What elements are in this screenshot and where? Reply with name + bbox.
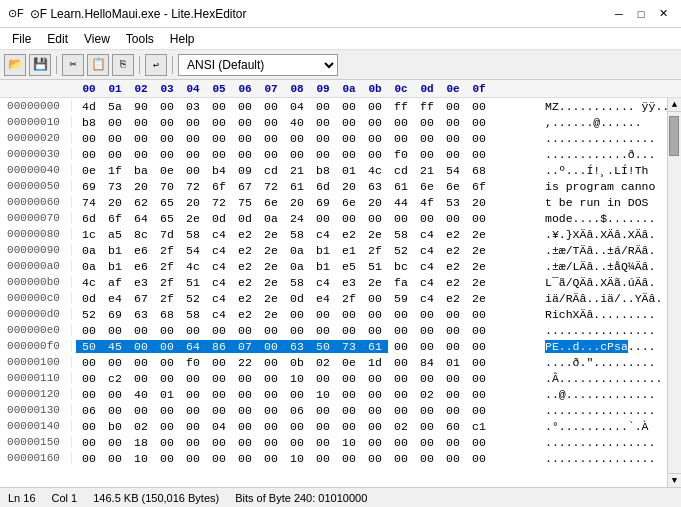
hex-row[interactable]: 000000f050450000648607006350736100000000… bbox=[0, 338, 667, 354]
hex-byte[interactable]: 72 bbox=[258, 180, 284, 193]
hex-byte[interactable]: 0a bbox=[284, 244, 310, 257]
hex-byte[interactable]: 00 bbox=[362, 148, 388, 161]
hex-byte[interactable]: 4d bbox=[76, 100, 102, 113]
hex-byte[interactable]: e2 bbox=[232, 308, 258, 321]
hex-byte[interactable]: 4c bbox=[76, 276, 102, 289]
hex-byte[interactable]: 20 bbox=[362, 196, 388, 209]
hex-byte[interactable]: 00 bbox=[180, 436, 206, 449]
hex-byte[interactable]: 10 bbox=[128, 452, 154, 465]
hex-byte[interactable]: 0e bbox=[336, 356, 362, 369]
hex-byte[interactable]: 00 bbox=[206, 100, 232, 113]
hex-byte[interactable]: 00 bbox=[206, 436, 232, 449]
hex-byte[interactable]: 00 bbox=[414, 308, 440, 321]
hex-byte[interactable]: 00 bbox=[362, 292, 388, 305]
hex-byte[interactable]: 00 bbox=[440, 436, 466, 449]
hex-byte[interactable]: 74 bbox=[76, 196, 102, 209]
hex-byte[interactable]: 20 bbox=[336, 180, 362, 193]
hex-byte[interactable]: 00 bbox=[102, 436, 128, 449]
hex-byte[interactable]: 90 bbox=[128, 100, 154, 113]
hex-byte[interactable]: 00 bbox=[154, 340, 180, 353]
hex-byte[interactable]: 40 bbox=[128, 388, 154, 401]
hex-byte[interactable]: 00 bbox=[388, 452, 414, 465]
hex-byte[interactable]: 00 bbox=[206, 404, 232, 417]
hex-byte[interactable]: 2e bbox=[258, 260, 284, 273]
hex-byte[interactable]: c4 bbox=[206, 228, 232, 241]
hex-byte[interactable]: 03 bbox=[180, 100, 206, 113]
hex-row[interactable]: 00000010b8000000000000004000000000000000… bbox=[0, 114, 667, 130]
hex-byte[interactable]: 00 bbox=[362, 324, 388, 337]
hex-byte[interactable]: cd bbox=[258, 164, 284, 177]
hex-row[interactable]: 000000d05269636858c4e22e0000000000000000… bbox=[0, 306, 667, 322]
hex-byte[interactable]: 07 bbox=[232, 340, 258, 353]
hex-byte[interactable]: 00 bbox=[310, 420, 336, 433]
hex-byte[interactable]: 02 bbox=[128, 420, 154, 433]
hex-byte[interactable]: 6d bbox=[310, 180, 336, 193]
hex-byte[interactable]: e2 bbox=[232, 228, 258, 241]
hex-byte[interactable]: af bbox=[102, 276, 128, 289]
hex-row[interactable]: 000000e000000000000000000000000000000000… bbox=[0, 322, 667, 338]
hex-byte[interactable]: b8 bbox=[76, 116, 102, 129]
hex-byte[interactable]: 00 bbox=[76, 388, 102, 401]
encoding-select[interactable]: ANSI (Default) bbox=[178, 54, 338, 76]
hex-row[interactable]: 00000060742062652072756e20696e20444f5320… bbox=[0, 194, 667, 210]
hex-byte[interactable]: 00 bbox=[414, 324, 440, 337]
hex-byte[interactable]: c4 bbox=[206, 260, 232, 273]
hex-byte[interactable]: b1 bbox=[310, 244, 336, 257]
hex-byte[interactable]: 0d bbox=[206, 212, 232, 225]
hex-byte[interactable]: 54 bbox=[180, 244, 206, 257]
hex-byte[interactable]: 2f bbox=[154, 244, 180, 257]
hex-byte[interactable]: 00 bbox=[466, 132, 492, 145]
hex-byte[interactable]: b8 bbox=[310, 164, 336, 177]
hex-byte[interactable]: 00 bbox=[466, 356, 492, 369]
hex-byte[interactable]: 00 bbox=[336, 372, 362, 385]
hex-byte[interactable]: 00 bbox=[440, 132, 466, 145]
hex-byte[interactable]: 00 bbox=[128, 356, 154, 369]
hex-byte[interactable]: 00 bbox=[466, 404, 492, 417]
hex-byte[interactable]: 00 bbox=[180, 148, 206, 161]
hex-byte[interactable]: 00 bbox=[388, 212, 414, 225]
hex-byte[interactable]: 0a bbox=[76, 244, 102, 257]
hex-byte[interactable]: 10 bbox=[284, 452, 310, 465]
hex-byte[interactable]: 1f bbox=[102, 164, 128, 177]
hex-byte[interactable]: 00 bbox=[206, 388, 232, 401]
hex-byte[interactable]: 00 bbox=[232, 324, 258, 337]
hex-byte[interactable]: 2e bbox=[258, 276, 284, 289]
hex-byte[interactable]: 6e bbox=[258, 196, 284, 209]
hex-byte[interactable]: 00 bbox=[284, 308, 310, 321]
hex-byte[interactable]: 2e bbox=[180, 212, 206, 225]
hex-byte[interactable]: 0b bbox=[284, 356, 310, 369]
hex-byte[interactable]: 02 bbox=[414, 388, 440, 401]
hex-byte[interactable]: 00 bbox=[362, 452, 388, 465]
hex-byte[interactable]: 00 bbox=[310, 452, 336, 465]
hex-byte[interactable]: 00 bbox=[128, 132, 154, 145]
hex-byte[interactable]: 5a bbox=[102, 100, 128, 113]
hex-byte[interactable]: 00 bbox=[414, 340, 440, 353]
hex-byte[interactable]: 58 bbox=[284, 276, 310, 289]
hex-byte[interactable]: 00 bbox=[388, 388, 414, 401]
hex-byte[interactable]: c4 bbox=[206, 276, 232, 289]
hex-byte[interactable]: 2e bbox=[258, 228, 284, 241]
hex-byte[interactable]: 00 bbox=[362, 212, 388, 225]
hex-byte[interactable]: 00 bbox=[258, 132, 284, 145]
hex-byte[interactable]: 00 bbox=[180, 372, 206, 385]
hex-byte[interactable]: 00 bbox=[284, 420, 310, 433]
hex-content[interactable]: 000000004d5a90000300000004000000ffff0000… bbox=[0, 98, 667, 487]
hex-byte[interactable]: 00 bbox=[388, 340, 414, 353]
hex-byte[interactable]: 2f bbox=[362, 244, 388, 257]
hex-byte[interactable]: 00 bbox=[102, 356, 128, 369]
hex-byte[interactable]: e1 bbox=[336, 244, 362, 257]
hex-byte[interactable]: e2 bbox=[440, 276, 466, 289]
hex-byte[interactable]: 00 bbox=[206, 148, 232, 161]
hex-row[interactable]: 000000a00ab1e62f4cc4e22e0ab1e551bcc4e22e… bbox=[0, 258, 667, 274]
hex-byte[interactable]: 00 bbox=[440, 404, 466, 417]
hex-row[interactable]: 000000900ab1e62f54c4e22e0ab1e12f52c4e22e… bbox=[0, 242, 667, 258]
hex-byte[interactable]: 00 bbox=[466, 436, 492, 449]
hex-byte[interactable]: 00 bbox=[206, 132, 232, 145]
hex-byte[interactable]: c4 bbox=[414, 276, 440, 289]
hex-byte[interactable]: 00 bbox=[232, 132, 258, 145]
hex-byte[interactable]: 2e bbox=[258, 308, 284, 321]
hex-byte[interactable]: 67 bbox=[128, 292, 154, 305]
hex-byte[interactable]: 73 bbox=[336, 340, 362, 353]
hex-byte[interactable]: 00 bbox=[76, 324, 102, 337]
hex-byte[interactable]: 7d bbox=[154, 228, 180, 241]
